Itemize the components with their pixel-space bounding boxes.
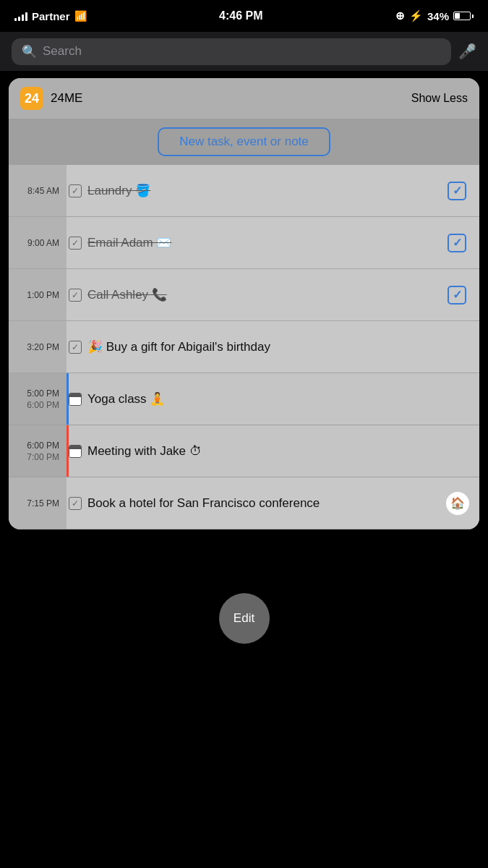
time-label: 7:15 PM [27, 498, 59, 509]
time-column: 3:20 PM [9, 321, 67, 373]
time-column: 7:15 PM [9, 477, 67, 529]
list-item[interactable]: 7:15 PM Book a hotel for San Francisco c… [9, 477, 479, 529]
screen-lock-icon: ⊕ [395, 9, 405, 22]
item-content: Meeting with Jake ⏱ [67, 425, 479, 477]
app-card: 24 24ME Show Less New task, event or not… [9, 78, 479, 529]
status-left: Partner 📶 [14, 10, 87, 22]
time-label: 6:00 PM [27, 441, 59, 451]
time-column: 5:00 PM 6:00 PM [9, 373, 67, 425]
checkbox-icon [69, 341, 82, 354]
time-column: 6:00 PM 7:00 PM [9, 425, 67, 477]
time-label: 3:20 PM [27, 342, 59, 352]
item-text: Book a hotel for San Francisco conferenc… [87, 496, 446, 511]
list-item[interactable]: 9:00 AM Email Adam ✉️ [9, 217, 479, 269]
checkbox-icon [69, 289, 82, 302]
signal-icon [14, 11, 27, 21]
battery-indicator [453, 12, 474, 20]
time-label-end: 6:00 PM [27, 400, 59, 410]
items-list: 8:45 AM Laundry 🪣 9:00 AM Email Adam ✉️ … [9, 165, 479, 529]
item-text: Yoga class 🧘 [87, 391, 472, 407]
item-content: Call Ashley 📞 [67, 269, 479, 320]
list-item[interactable]: 1:00 PM Call Ashley 📞 [9, 269, 479, 321]
item-text: Laundry 🪣 [87, 183, 448, 198]
list-item[interactable]: 8:45 AM Laundry 🪣 [9, 165, 479, 217]
list-item[interactable]: 6:00 PM 7:00 PM Meeting with Jake ⏱ [9, 425, 479, 477]
search-container[interactable]: 🔍 Search [12, 38, 451, 65]
microphone-icon[interactable]: 🎤 [458, 43, 476, 60]
time-column: 8:45 AM [9, 165, 67, 216]
item-text: Meeting with Jake ⏱ [87, 444, 472, 459]
item-content: Book a hotel for San Francisco conferenc… [67, 477, 479, 529]
item-content: Email Adam ✉️ [67, 217, 479, 268]
checkbox-icon [69, 184, 82, 197]
time-label: 5:00 PM [27, 388, 59, 399]
status-time: 4:46 PM [219, 9, 262, 22]
show-less-button[interactable]: Show Less [411, 92, 468, 105]
time-label: 9:00 AM [27, 238, 59, 248]
complete-checkbox[interactable] [448, 286, 466, 305]
time-label: 8:45 AM [27, 186, 59, 196]
item-content: Yoga class 🧘 [67, 373, 479, 425]
time-label-end: 7:00 PM [27, 452, 59, 462]
app-header: 24 24ME Show Less [9, 78, 479, 119]
status-bar: Partner 📶 4:46 PM ⊕ ⚡ 34% [0, 0, 488, 32]
edit-button-container: Edit [219, 593, 270, 644]
hotel-icon: 🏠 [446, 492, 469, 515]
battery-percent: 34% [427, 10, 449, 22]
app-header-left: 24 24ME [20, 87, 82, 110]
time-column: 1:00 PM [9, 269, 67, 320]
time-column: 9:00 AM [9, 217, 67, 268]
calendar-icon [69, 445, 82, 458]
item-text: Email Adam ✉️ [87, 235, 448, 250]
status-right: ⊕ ⚡ 34% [395, 9, 474, 22]
edit-button[interactable]: Edit [219, 593, 270, 644]
list-item[interactable]: 3:20 PM 🎉 Buy a gift for Abigail's birth… [9, 321, 479, 373]
app-icon: 24 [20, 87, 43, 110]
checkbox-icon [69, 237, 82, 250]
search-bar: 🔍 Search 🎤 [0, 32, 488, 71]
time-label: 1:00 PM [27, 290, 59, 300]
new-task-container: New task, event or note [9, 119, 479, 165]
complete-checkbox[interactable] [448, 182, 466, 200]
new-task-button[interactable]: New task, event or note [158, 127, 330, 156]
wifi-icon: 📶 [74, 10, 87, 22]
bluetooth-icon: ⚡ [409, 9, 423, 22]
list-item[interactable]: 5:00 PM 6:00 PM Yoga class 🧘 [9, 373, 479, 425]
complete-checkbox[interactable] [448, 234, 466, 252]
item-text: Call Ashley 📞 [87, 287, 448, 302]
carrier-label: Partner [32, 10, 70, 22]
calendar-icon [69, 393, 82, 406]
item-content: Laundry 🪣 [67, 165, 479, 216]
checkbox-icon [69, 497, 82, 510]
app-name-label: 24ME [51, 91, 82, 106]
item-content: 🎉 Buy a gift for Abigail's birthday [67, 321, 479, 373]
search-icon: 🔍 [22, 44, 37, 59]
search-placeholder: Search [43, 44, 82, 59]
item-text: 🎉 Buy a gift for Abigail's birthday [87, 339, 472, 354]
